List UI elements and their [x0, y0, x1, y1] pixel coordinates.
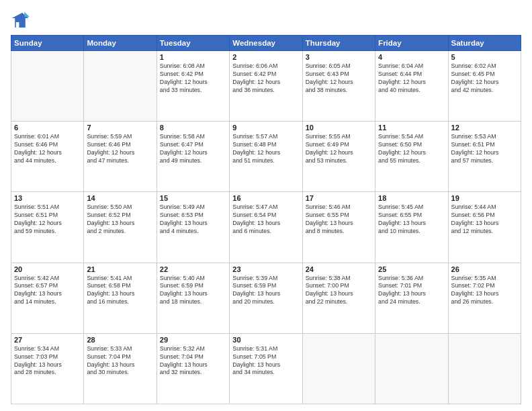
calendar-cell: 7Sunrise: 5:59 AM Sunset: 6:46 PM Daylig… — [84, 122, 157, 192]
day-info: Sunrise: 5:41 AM Sunset: 6:58 PM Dayligh… — [87, 275, 153, 307]
day-info: Sunrise: 5:46 AM Sunset: 6:55 PM Dayligh… — [306, 203, 372, 236]
day-info: Sunrise: 6:06 AM Sunset: 6:42 PM Dayligh… — [232, 62, 299, 95]
day-number: 24 — [306, 265, 372, 273]
week-row-0: 1Sunrise: 6:08 AM Sunset: 6:42 PM Daylig… — [11, 51, 521, 122]
day-number: 18 — [378, 194, 445, 202]
calendar-cell — [84, 51, 157, 122]
day-info: Sunrise: 6:04 AM Sunset: 6:44 PM Dayligh… — [378, 62, 445, 95]
weekday-header-row: SundayMondayTuesdayWednesdayThursdayFrid… — [11, 36, 521, 51]
calendar-cell: 18Sunrise: 5:45 AM Sunset: 6:55 PM Dayli… — [375, 192, 448, 263]
day-info: Sunrise: 5:33 AM Sunset: 7:04 PM Dayligh… — [87, 345, 153, 377]
calendar-cell: 16Sunrise: 5:47 AM Sunset: 6:54 PM Dayli… — [230, 192, 302, 263]
calendar-cell: 19Sunrise: 5:44 AM Sunset: 6:56 PM Dayli… — [448, 192, 521, 263]
day-number: 9 — [232, 124, 299, 132]
day-number: 12 — [451, 124, 518, 132]
day-info: Sunrise: 5:32 AM Sunset: 7:04 PM Dayligh… — [160, 345, 226, 377]
calendar-cell: 4Sunrise: 6:04 AM Sunset: 6:44 PM Daylig… — [375, 51, 448, 122]
day-number: 27 — [14, 336, 81, 344]
day-number: 26 — [451, 265, 518, 273]
calendar-cell: 13Sunrise: 5:51 AM Sunset: 6:51 PM Dayli… — [11, 192, 84, 263]
day-number: 19 — [451, 194, 518, 202]
day-number: 30 — [232, 336, 299, 344]
day-info: Sunrise: 5:36 AM Sunset: 7:01 PM Dayligh… — [378, 275, 445, 307]
calendar-cell: 14Sunrise: 5:50 AM Sunset: 6:52 PM Dayli… — [84, 192, 157, 263]
week-row-4: 27Sunrise: 5:34 AM Sunset: 7:03 PM Dayli… — [11, 333, 521, 404]
calendar-cell: 6Sunrise: 6:01 AM Sunset: 6:46 PM Daylig… — [11, 122, 84, 192]
svg-marker-1 — [24, 12, 30, 17]
day-number: 13 — [14, 194, 81, 202]
day-info: Sunrise: 5:51 AM Sunset: 6:51 PM Dayligh… — [14, 203, 81, 236]
day-number: 2 — [232, 53, 299, 61]
weekday-header-saturday: Saturday — [448, 36, 521, 51]
logo — [11, 11, 32, 30]
calendar-cell: 27Sunrise: 5:34 AM Sunset: 7:03 PM Dayli… — [11, 333, 84, 404]
calendar-cell: 5Sunrise: 6:02 AM Sunset: 6:45 PM Daylig… — [448, 51, 521, 122]
day-number: 6 — [14, 124, 81, 132]
weekday-header-monday: Monday — [84, 36, 157, 51]
day-number: 14 — [87, 194, 153, 202]
day-info: Sunrise: 5:44 AM Sunset: 6:56 PM Dayligh… — [451, 203, 518, 236]
calendar-cell: 23Sunrise: 5:39 AM Sunset: 6:59 PM Dayli… — [230, 263, 302, 333]
day-info: Sunrise: 6:01 AM Sunset: 6:46 PM Dayligh… — [14, 133, 81, 165]
week-row-2: 13Sunrise: 5:51 AM Sunset: 6:51 PM Dayli… — [11, 192, 521, 263]
day-info: Sunrise: 6:08 AM Sunset: 6:42 PM Dayligh… — [160, 62, 226, 95]
day-number: 10 — [306, 124, 372, 132]
calendar-cell: 11Sunrise: 5:54 AM Sunset: 6:50 PM Dayli… — [375, 122, 448, 192]
calendar-cell: 28Sunrise: 5:33 AM Sunset: 7:04 PM Dayli… — [84, 333, 157, 404]
day-number: 1 — [160, 53, 226, 61]
calendar-cell: 10Sunrise: 5:55 AM Sunset: 6:49 PM Dayli… — [302, 122, 375, 192]
calendar-cell: 8Sunrise: 5:58 AM Sunset: 6:47 PM Daylig… — [157, 122, 229, 192]
week-row-1: 6Sunrise: 6:01 AM Sunset: 6:46 PM Daylig… — [11, 122, 521, 192]
calendar-cell: 29Sunrise: 5:32 AM Sunset: 7:04 PM Dayli… — [157, 333, 229, 404]
day-info: Sunrise: 5:55 AM Sunset: 6:49 PM Dayligh… — [306, 133, 372, 165]
weekday-header-thursday: Thursday — [302, 36, 375, 51]
day-number: 29 — [160, 336, 226, 344]
day-info: Sunrise: 5:58 AM Sunset: 6:47 PM Dayligh… — [160, 133, 226, 165]
weekday-header-sunday: Sunday — [11, 36, 84, 51]
day-info: Sunrise: 5:42 AM Sunset: 6:57 PM Dayligh… — [14, 275, 81, 307]
day-info: Sunrise: 5:57 AM Sunset: 6:48 PM Dayligh… — [232, 133, 299, 165]
header — [11, 11, 521, 30]
day-number: 28 — [87, 336, 153, 344]
day-info: Sunrise: 5:38 AM Sunset: 7:00 PM Dayligh… — [306, 275, 372, 307]
day-info: Sunrise: 5:53 AM Sunset: 6:51 PM Dayligh… — [451, 133, 518, 165]
day-info: Sunrise: 5:54 AM Sunset: 6:50 PM Dayligh… — [378, 133, 445, 165]
logo-icon — [11, 11, 30, 30]
day-info: Sunrise: 5:39 AM Sunset: 6:59 PM Dayligh… — [232, 275, 299, 307]
day-number: 20 — [14, 265, 81, 273]
day-number: 3 — [306, 53, 372, 61]
day-info: Sunrise: 6:02 AM Sunset: 6:45 PM Dayligh… — [451, 62, 518, 95]
day-info: Sunrise: 5:34 AM Sunset: 7:03 PM Dayligh… — [14, 345, 81, 377]
day-info: Sunrise: 5:40 AM Sunset: 6:59 PM Dayligh… — [160, 275, 226, 307]
weekday-header-friday: Friday — [375, 36, 448, 51]
day-info: Sunrise: 5:49 AM Sunset: 6:53 PM Dayligh… — [160, 203, 226, 236]
day-number: 23 — [232, 265, 299, 273]
calendar-cell — [448, 333, 521, 404]
calendar-cell: 30Sunrise: 5:31 AM Sunset: 7:05 PM Dayli… — [230, 333, 302, 404]
day-number: 16 — [232, 194, 299, 202]
calendar-cell: 21Sunrise: 5:41 AM Sunset: 6:58 PM Dayli… — [84, 263, 157, 333]
calendar-cell: 15Sunrise: 5:49 AM Sunset: 6:53 PM Dayli… — [157, 192, 229, 263]
day-info: Sunrise: 5:35 AM Sunset: 7:02 PM Dayligh… — [451, 275, 518, 307]
calendar-cell: 20Sunrise: 5:42 AM Sunset: 6:57 PM Dayli… — [11, 263, 84, 333]
calendar-cell: 22Sunrise: 5:40 AM Sunset: 6:59 PM Dayli… — [157, 263, 229, 333]
day-number: 25 — [378, 265, 445, 273]
calendar: SundayMondayTuesdayWednesdayThursdayFrid… — [11, 35, 521, 404]
day-number: 21 — [87, 265, 153, 273]
calendar-cell: 12Sunrise: 5:53 AM Sunset: 6:51 PM Dayli… — [448, 122, 521, 192]
day-info: Sunrise: 5:47 AM Sunset: 6:54 PM Dayligh… — [232, 203, 299, 236]
calendar-cell: 9Sunrise: 5:57 AM Sunset: 6:48 PM Daylig… — [230, 122, 302, 192]
calendar-cell: 26Sunrise: 5:35 AM Sunset: 7:02 PM Dayli… — [448, 263, 521, 333]
day-number: 15 — [160, 194, 226, 202]
day-number: 17 — [306, 194, 372, 202]
day-info: Sunrise: 5:45 AM Sunset: 6:55 PM Dayligh… — [378, 203, 445, 236]
week-row-3: 20Sunrise: 5:42 AM Sunset: 6:57 PM Dayli… — [11, 263, 521, 333]
weekday-header-wednesday: Wednesday — [230, 36, 302, 51]
calendar-cell: 25Sunrise: 5:36 AM Sunset: 7:01 PM Dayli… — [375, 263, 448, 333]
day-info: Sunrise: 5:31 AM Sunset: 7:05 PM Dayligh… — [232, 345, 299, 377]
day-info: Sunrise: 5:59 AM Sunset: 6:46 PM Dayligh… — [87, 133, 153, 165]
day-number: 22 — [160, 265, 226, 273]
day-info: Sunrise: 5:50 AM Sunset: 6:52 PM Dayligh… — [87, 203, 153, 236]
day-number: 11 — [378, 124, 445, 132]
calendar-cell: 2Sunrise: 6:06 AM Sunset: 6:42 PM Daylig… — [230, 51, 302, 122]
